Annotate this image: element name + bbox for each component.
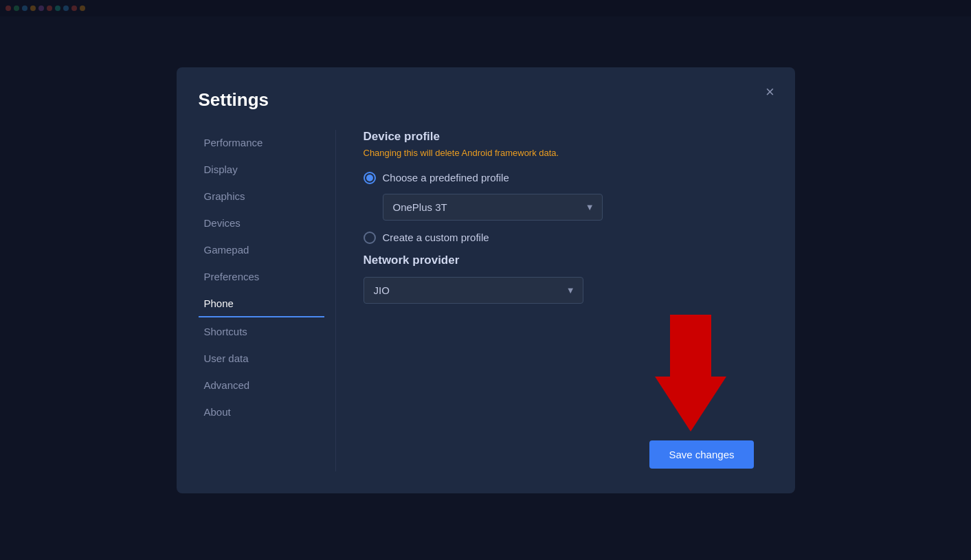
device-profile-warning: Changing this will delete Android framew…: [364, 148, 762, 158]
settings-modal: × Settings Performance Display Graphics …: [177, 67, 795, 493]
sidebar-item-about[interactable]: About: [199, 399, 324, 425]
sidebar-item-devices[interactable]: Devices: [199, 210, 324, 236]
radio-predefined-circle[interactable]: [364, 172, 376, 184]
network-provider-title: Network provider: [364, 254, 762, 267]
arrow-annotation: [655, 315, 726, 432]
sidebar-item-display[interactable]: Display: [199, 157, 324, 182]
profile-dropdown[interactable]: OnePlus 3T Samsung Galaxy S9 Pixel 4 Cus…: [383, 194, 603, 221]
sidebar-item-performance[interactable]: Performance: [199, 130, 324, 155]
sidebar-item-advanced[interactable]: Advanced: [199, 372, 324, 398]
sidebar-item-graphics[interactable]: Graphics: [199, 183, 324, 209]
sidebar-item-user-data[interactable]: User data: [199, 346, 324, 371]
sidebar: Performance Display Graphics Devices Gam…: [199, 130, 336, 471]
profile-dropdown-wrapper: OnePlus 3T Samsung Galaxy S9 Pixel 4 Cus…: [383, 194, 603, 221]
device-profile-title: Device profile: [364, 130, 762, 144]
radio-custom-circle[interactable]: [364, 232, 376, 244]
modal-overlay: × Settings Performance Display Graphics …: [0, 0, 971, 560]
radio-predefined-label: Choose a predefined profile: [383, 172, 509, 183]
modal-title: Settings: [199, 89, 773, 111]
radio-custom-label: Create a custom profile: [383, 232, 489, 243]
sidebar-item-preferences[interactable]: Preferences: [199, 264, 324, 289]
network-dropdown-wrapper: JIO Airtel Vodafone T-Mobile AT&T ▼: [364, 277, 583, 304]
radio-custom-option[interactable]: Create a custom profile: [364, 232, 762, 244]
sidebar-item-shortcuts[interactable]: Shortcuts: [199, 319, 324, 344]
arrow-stem: [670, 315, 711, 377]
radio-predefined-option[interactable]: Choose a predefined profile: [364, 172, 762, 184]
close-button[interactable]: ×: [759, 81, 781, 103]
network-dropdown[interactable]: JIO Airtel Vodafone T-Mobile AT&T: [364, 277, 583, 304]
sidebar-item-phone[interactable]: Phone: [199, 291, 324, 317]
sidebar-item-gamepad[interactable]: Gamepad: [199, 237, 324, 262]
network-section: Network provider JIO Airtel Vodafone T-M…: [364, 254, 762, 304]
save-changes-button[interactable]: Save changes: [649, 440, 753, 469]
arrow-head: [655, 377, 726, 432]
